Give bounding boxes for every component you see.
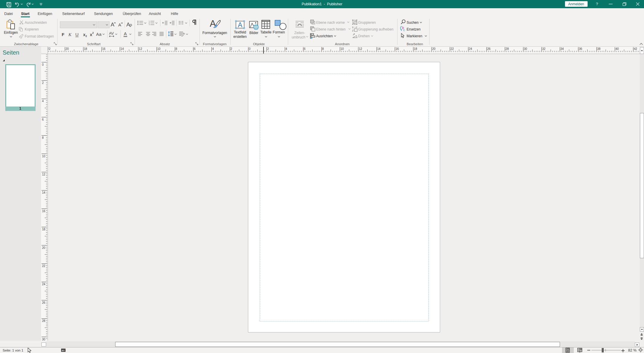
svg-text:16: 16 (395, 47, 399, 50)
svg-text:14: 14 (42, 191, 46, 194)
svg-text:F: F (62, 32, 64, 37)
svg-text:4: 4 (42, 99, 44, 103)
svg-text:A: A (124, 31, 127, 36)
svg-text:40: 40 (616, 47, 619, 50)
svg-text:6: 6 (304, 47, 306, 50)
svg-text:2: 2 (85, 35, 87, 37)
svg-text:2: 2 (231, 47, 232, 50)
svg-text:28: 28 (506, 47, 509, 50)
svg-text:22: 22 (450, 47, 454, 50)
svg-text:8: 8 (322, 47, 324, 50)
svg-text:14: 14 (120, 47, 124, 50)
svg-text:14: 14 (377, 47, 381, 50)
svg-text:0: 0 (42, 63, 44, 66)
svg-text:20: 20 (432, 47, 436, 50)
svg-text:XY: XY (62, 349, 65, 352)
svg-text:U: U (76, 32, 79, 37)
svg-text:18: 18 (84, 47, 87, 50)
svg-text:4: 4 (286, 47, 287, 50)
svg-text:34: 34 (561, 47, 564, 50)
svg-text:4: 4 (212, 47, 214, 50)
svg-text:A: A (111, 21, 115, 27)
svg-text:20: 20 (42, 246, 46, 249)
svg-text:26: 26 (487, 47, 491, 50)
svg-text:18: 18 (42, 228, 46, 231)
svg-text:16: 16 (42, 210, 46, 213)
svg-text:A: A (238, 21, 243, 29)
svg-text:20: 20 (66, 47, 69, 50)
svg-text:22: 22 (42, 264, 46, 268)
svg-text:30: 30 (42, 338, 46, 341)
svg-text:c: c (403, 28, 405, 31)
svg-text:30: 30 (524, 47, 527, 50)
svg-text:42: 42 (634, 47, 637, 50)
svg-text:10: 10 (341, 47, 344, 50)
svg-text:2: 2 (42, 81, 44, 85)
svg-text:26: 26 (42, 301, 46, 304)
svg-text:12: 12 (359, 47, 362, 50)
svg-text:6: 6 (42, 118, 44, 121)
svg-text:x: x (90, 32, 92, 36)
svg-text:10: 10 (157, 47, 161, 50)
svg-text:Aa: Aa (96, 32, 102, 36)
svg-text:2: 2 (267, 47, 269, 50)
svg-text:18: 18 (414, 47, 417, 50)
svg-text:36: 36 (579, 47, 582, 50)
svg-text:12: 12 (139, 47, 142, 50)
svg-text:2: 2 (92, 31, 94, 34)
svg-text:24: 24 (469, 47, 472, 50)
svg-text:8: 8 (42, 136, 44, 139)
svg-text:32: 32 (542, 47, 546, 50)
svg-text:x: x (83, 32, 85, 37)
svg-text:12: 12 (42, 173, 46, 176)
svg-text:28: 28 (42, 319, 46, 322)
svg-text:3: 3 (149, 24, 150, 25)
svg-text:8: 8 (175, 47, 177, 50)
svg-text:16: 16 (102, 47, 106, 50)
svg-text:24: 24 (42, 283, 46, 286)
svg-text:A: A (118, 22, 121, 27)
svg-text:10: 10 (42, 155, 46, 158)
svg-text:38: 38 (597, 47, 601, 50)
svg-text:6: 6 (194, 47, 196, 50)
svg-text:0: 0 (249, 47, 251, 50)
svg-text:K: K (68, 32, 72, 37)
svg-text:AV: AV (109, 31, 114, 36)
